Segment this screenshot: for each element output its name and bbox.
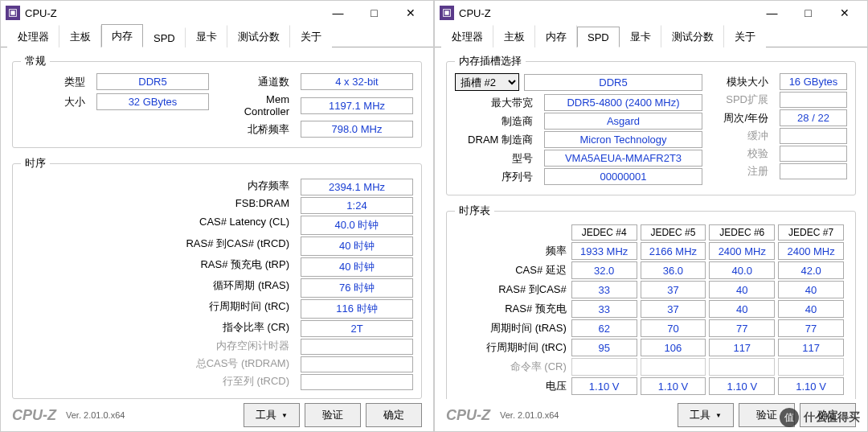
cpuz-window-memory: CPU-Z — □ ✕ 处理器 主板 内存 SPD 显卡 测试分数 关于 常规 … xyxy=(0,0,434,432)
brand-text: CPU-Z xyxy=(12,407,56,424)
tt-cell: 33 xyxy=(571,281,637,298)
tab-mainboard[interactable]: 主板 xyxy=(59,25,101,47)
channels-label: 通道数 xyxy=(225,75,296,89)
slot-select[interactable]: 插槽 #2 xyxy=(455,73,519,91)
tt-cell: 37 xyxy=(641,300,706,318)
tt-cell: 33 xyxy=(571,300,637,318)
spd-type-value: DDR5 xyxy=(524,74,702,91)
tt-col-header: JEDEC #4 xyxy=(571,224,637,241)
tab-graphics[interactable]: 显卡 xyxy=(186,25,227,47)
dram-label: DRAM 制造商 xyxy=(455,133,539,147)
app-title: CPU-Z xyxy=(25,7,320,19)
size-label: 大小 xyxy=(21,95,92,109)
tt-cell xyxy=(571,358,637,376)
tab-bench[interactable]: 测试分数 xyxy=(227,25,290,47)
tt-cell: 77 xyxy=(778,319,844,337)
tab-cpu[interactable]: 处理器 xyxy=(7,25,59,47)
model-value: VMA5AEUA-MMAFR2T3 xyxy=(544,150,702,167)
tab-bench[interactable]: 测试分数 xyxy=(661,25,724,47)
dram-value: Micron Technology xyxy=(544,131,702,148)
tt-cell: 106 xyxy=(641,339,706,356)
tt-cell: 1.10 V xyxy=(709,377,775,395)
mfr-value: Asgard xyxy=(544,113,702,130)
tab-bar: 处理器 主板 内存 SPD 显卡 测试分数 关于 xyxy=(1,25,433,47)
channels-value: 4 x 32-bit xyxy=(301,73,413,90)
tab-mainboard[interactable]: 主板 xyxy=(493,25,535,47)
ok-button[interactable]: 确定 xyxy=(366,403,422,427)
mfr-label: 制造商 xyxy=(455,114,539,129)
nb-value: 798.0 MHz xyxy=(301,121,413,138)
tt-cell: 117 xyxy=(778,339,844,356)
brand-text: CPU-Z xyxy=(446,407,490,424)
tt-cell: 77 xyxy=(709,319,775,337)
close-button[interactable]: ✕ xyxy=(392,2,428,24)
tt-cell: 1.10 V xyxy=(571,377,637,395)
timing-row-label: RAS# 到CAS# (tRCD) xyxy=(21,237,296,256)
maximize-button[interactable]: □ xyxy=(356,2,392,24)
tt-col-header: JEDEC #7 xyxy=(778,224,844,241)
tab-about[interactable]: 关于 xyxy=(290,25,332,47)
tt-row-label: 频率 xyxy=(458,242,568,260)
timing-legend: 时序 xyxy=(21,156,50,171)
tt-cell: 117 xyxy=(709,339,775,356)
timing-row-value xyxy=(301,356,413,372)
tab-spd[interactable]: SPD xyxy=(577,27,620,47)
tab-cpu[interactable]: 处理器 xyxy=(441,25,493,47)
tt-cell: 40 xyxy=(709,281,775,298)
maximize-button[interactable]: □ xyxy=(790,2,826,24)
tt-cell: 32.0 xyxy=(571,261,637,279)
tt-col-header: JEDEC #5 xyxy=(641,224,706,241)
timing-row-label: CAS# Latency (CL) xyxy=(21,216,296,235)
tt-cell: 70 xyxy=(641,319,706,337)
svg-rect-1 xyxy=(10,10,14,14)
buf-label: 缓冲 xyxy=(710,129,775,143)
titlebar[interactable]: CPU-Z — □ ✕ xyxy=(435,1,867,25)
tt-cell: 40 xyxy=(778,300,844,318)
tt-cell: 40 xyxy=(778,281,844,298)
tab-memory[interactable]: 内存 xyxy=(101,24,143,47)
tt-cell xyxy=(778,358,844,376)
timing-row-value: 40 时钟 xyxy=(301,237,413,256)
tt-cell: 1933 MHz xyxy=(571,242,637,260)
tt-col-header: JEDEC #6 xyxy=(709,224,775,241)
chk-label: 校验 xyxy=(710,146,775,161)
tt-cell: 36.0 xyxy=(641,261,706,279)
tools-button[interactable]: 工具 xyxy=(678,403,734,427)
tools-button[interactable]: 工具 xyxy=(244,403,300,427)
tt-row-label: 命令率 (CR) xyxy=(458,358,568,376)
timing-row-label: 总CAS号 (tRDRAM) xyxy=(21,356,296,372)
tt-row-label: 周期时间 (tRAS) xyxy=(458,319,568,337)
minimize-button[interactable]: — xyxy=(320,2,356,24)
spdext-label: SPD扩展 xyxy=(710,93,775,107)
close-button[interactable]: ✕ xyxy=(826,2,862,24)
type-value: DDR5 xyxy=(96,73,209,90)
tab-about[interactable]: 关于 xyxy=(724,25,766,47)
app-title: CPU-Z xyxy=(459,7,754,19)
modsize-label: 模块大小 xyxy=(710,75,775,89)
watermark-text: 什么值得买 xyxy=(804,410,860,425)
modsize-value: 16 GBytes xyxy=(780,73,847,90)
timing-row-label: FSB:DRAM xyxy=(21,197,296,214)
type-label: 类型 xyxy=(21,75,92,89)
tab-graphics[interactable]: 显卡 xyxy=(620,25,661,47)
watermark: 值 什么值得买 xyxy=(780,408,860,427)
serial-label: 序列号 xyxy=(455,170,539,184)
reg-value xyxy=(780,163,847,179)
tt-row-label: 电压 xyxy=(458,377,568,395)
app-icon xyxy=(6,6,20,20)
timing-row-label: 指令比率 (CR) xyxy=(21,320,296,337)
tab-memory[interactable]: 内存 xyxy=(535,25,577,47)
tt-cell: 95 xyxy=(571,339,637,356)
tt-cell xyxy=(709,358,775,376)
validate-button[interactable]: 验证 xyxy=(305,403,361,427)
timing-table: JEDEC #4JEDEC #5JEDEC #6JEDEC #7频率1933 M… xyxy=(455,223,847,397)
tab-spd[interactable]: SPD xyxy=(143,27,186,47)
serial-value: 00000001 xyxy=(544,168,702,185)
tt-cell xyxy=(641,358,706,376)
cpuz-window-spd: CPU-Z — □ ✕ 处理器 主板 内存 SPD 显卡 测试分数 关于 内存插… xyxy=(434,0,868,432)
minimize-button[interactable]: — xyxy=(754,2,790,24)
size-value: 32 GBytes xyxy=(96,93,209,110)
tt-cell: 2166 MHz xyxy=(641,242,706,260)
timing-row-value: 2T xyxy=(301,320,413,337)
titlebar[interactable]: CPU-Z — □ ✕ xyxy=(1,1,433,25)
